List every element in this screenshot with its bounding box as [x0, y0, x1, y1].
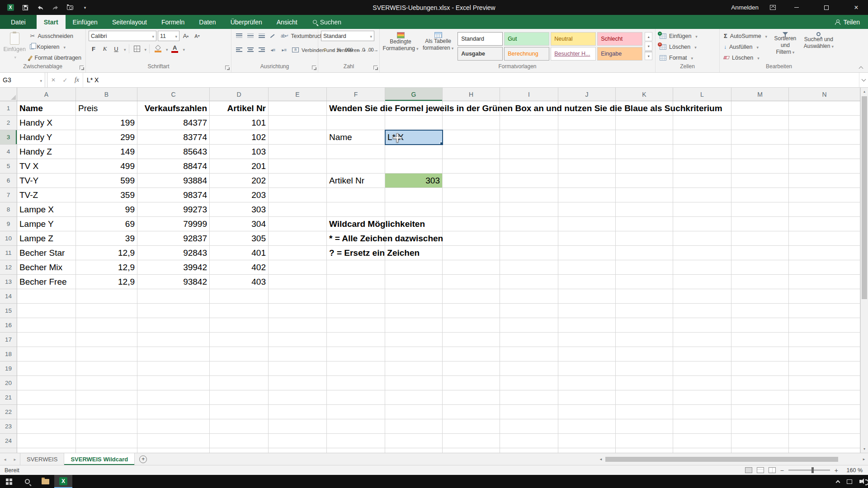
cell-N12[interactable]: [789, 260, 860, 275]
cell-M18[interactable]: [731, 347, 789, 361]
cell-H15[interactable]: [443, 304, 500, 318]
cell-M22[interactable]: [731, 405, 789, 419]
name-box[interactable]: G3: [0, 73, 45, 87]
fill-color-button[interactable]: [152, 44, 163, 54]
cell-H18[interactable]: [443, 347, 500, 361]
cell-style-gut[interactable]: Gut: [504, 32, 549, 46]
column-header-J[interactable]: J: [558, 88, 616, 101]
close-button[interactable]: ×: [846, 0, 866, 15]
cell-C23[interactable]: [137, 419, 210, 434]
cell-K14[interactable]: [616, 289, 673, 304]
action-center-icon[interactable]: [847, 479, 852, 484]
cell-N18[interactable]: [789, 347, 860, 361]
cell-L9[interactable]: [673, 217, 731, 231]
column-header-E[interactable]: E: [269, 88, 327, 101]
camera-icon[interactable]: [66, 4, 74, 12]
cell-C19[interactable]: [137, 361, 210, 376]
cell-E4[interactable]: [269, 145, 327, 159]
tray-chevron-up-icon[interactable]: [836, 480, 840, 484]
row-header-15[interactable]: 15: [0, 304, 17, 318]
decrease-font-icon[interactable]: A: [192, 31, 202, 41]
cell-D8[interactable]: 303: [210, 202, 269, 217]
cell-J10[interactable]: [558, 231, 616, 246]
cell-F15[interactable]: [327, 304, 385, 318]
cell-E11[interactable]: [269, 246, 327, 260]
cell-J9[interactable]: [558, 217, 616, 231]
cell-H7[interactable]: [443, 188, 500, 202]
cell-H17[interactable]: [443, 333, 500, 347]
cell-N15[interactable]: [789, 304, 860, 318]
cell-G2[interactable]: [385, 116, 443, 130]
font-color-button[interactable]: A: [170, 44, 180, 54]
cell-A13[interactable]: Becher Free: [17, 275, 76, 289]
cell-C21[interactable]: [137, 390, 210, 405]
cell-A2[interactable]: Handy X: [17, 116, 76, 130]
cell-K20[interactable]: [616, 376, 673, 390]
cell-I4[interactable]: [500, 145, 558, 159]
cell-B25[interactable]: [76, 448, 137, 453]
cell-N24[interactable]: [789, 434, 860, 448]
cell-I21[interactable]: [500, 390, 558, 405]
column-header-C[interactable]: C: [137, 88, 210, 101]
cell-I22[interactable]: [500, 405, 558, 419]
cell-F13[interactable]: [327, 275, 385, 289]
qat-customize-dropdown-icon[interactable]: [81, 4, 89, 12]
cell-L14[interactable]: [673, 289, 731, 304]
cell-F23[interactable]: [327, 419, 385, 434]
cell-K2[interactable]: [616, 116, 673, 130]
autosum-button[interactable]: ΣAutoSumme: [722, 31, 769, 41]
row-header-18[interactable]: 18: [0, 347, 17, 361]
cell-J4[interactable]: [558, 145, 616, 159]
decrease-indent-button[interactable]: ◂≡: [268, 45, 278, 55]
cell-H22[interactable]: [443, 405, 500, 419]
cell-F10[interactable]: * = Alle Zeichen dazwischen: [327, 231, 385, 246]
cell-style-berechnung[interactable]: Berechnung: [504, 47, 549, 61]
cell-I5[interactable]: [500, 159, 558, 174]
cell-G16[interactable]: [385, 318, 443, 333]
gallery-up-icon[interactable]: ▴: [645, 32, 652, 41]
cell-A16[interactable]: [17, 318, 76, 333]
cell-K10[interactable]: [616, 231, 673, 246]
cell-E17[interactable]: [269, 333, 327, 347]
cell-G5[interactable]: [385, 159, 443, 174]
alignment-dialog-launcher-icon[interactable]: [312, 66, 316, 70]
cell-B14[interactable]: [76, 289, 137, 304]
zoom-slider-thumb[interactable]: [811, 467, 814, 473]
row-header-4[interactable]: 4: [0, 145, 17, 159]
cell-K19[interactable]: [616, 361, 673, 376]
format-painter-button[interactable]: Format übertragen: [28, 52, 83, 63]
cell-M2[interactable]: [731, 116, 789, 130]
formula-input[interactable]: L* X: [83, 73, 859, 87]
cell-K15[interactable]: [616, 304, 673, 318]
bold-button[interactable]: F: [89, 44, 99, 54]
cell-A23[interactable]: [17, 419, 76, 434]
cell-D17[interactable]: [210, 333, 269, 347]
sheet-nav-left-icon[interactable]: ◂: [0, 453, 10, 465]
cell-G24[interactable]: [385, 434, 443, 448]
clear-button[interactable]: Löschen: [722, 52, 769, 63]
cell-D14[interactable]: [210, 289, 269, 304]
cell-M12[interactable]: [731, 260, 789, 275]
cell-J14[interactable]: [558, 289, 616, 304]
save-icon[interactable]: [21, 4, 29, 12]
cell-N11[interactable]: [789, 246, 860, 260]
cell-H14[interactable]: [443, 289, 500, 304]
column-header-N[interactable]: N: [789, 88, 860, 101]
column-header-H[interactable]: H: [443, 88, 500, 101]
sheet-tab-sverweis-wildcard[interactable]: SVERWEIS Wildcard: [64, 453, 135, 465]
cell-N23[interactable]: [789, 419, 860, 434]
cell-A11[interactable]: Becher Star: [17, 246, 76, 260]
row-header-3[interactable]: 3: [0, 130, 17, 145]
cell-L15[interactable]: [673, 304, 731, 318]
format-cells-button[interactable]: Format: [658, 52, 717, 63]
underline-dropdown-icon[interactable]: [123, 45, 126, 53]
cell-C10[interactable]: 92837: [137, 231, 210, 246]
cell-F16[interactable]: [327, 318, 385, 333]
h-scroll-right-icon[interactable]: ▸: [860, 453, 868, 465]
row-header-13[interactable]: 13: [0, 275, 17, 289]
borders-dropdown-icon[interactable]: [143, 45, 147, 53]
percent-style-button[interactable]: %: [335, 45, 343, 55]
font-color-dropdown-icon[interactable]: [182, 45, 185, 53]
cell-B21[interactable]: [76, 390, 137, 405]
cell-N25[interactable]: [789, 448, 860, 453]
